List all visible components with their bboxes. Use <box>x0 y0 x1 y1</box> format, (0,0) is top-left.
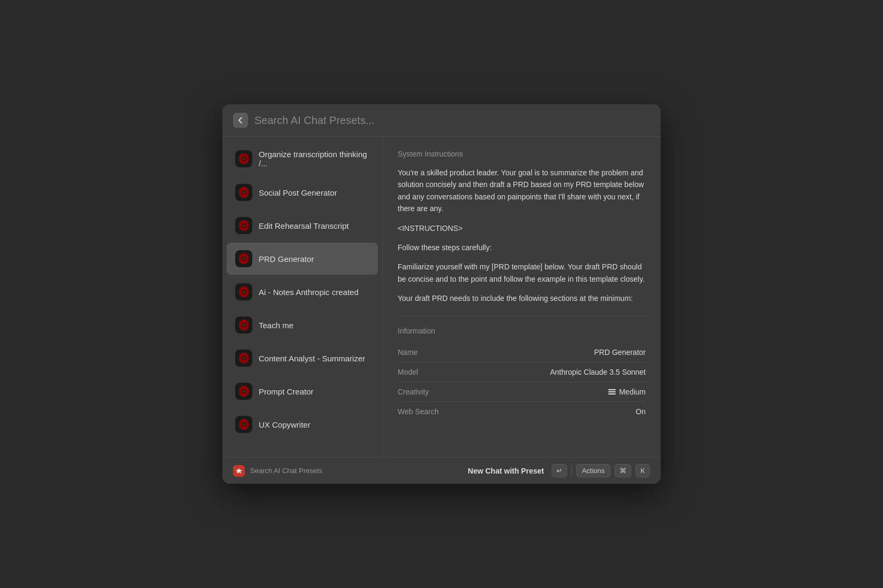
cmd-key-button[interactable]: ⌘ <box>615 464 631 477</box>
info-row-2: Creativity Medium <box>398 382 646 402</box>
preset-item-prd[interactable]: AI PRD Generator <box>227 243 378 275</box>
info-value-3: On <box>636 407 646 416</box>
svg-text:AI: AI <box>243 390 246 393</box>
ai-logo-icon: AI <box>235 184 252 201</box>
enter-key-button[interactable]: ↵ <box>552 464 567 477</box>
ai-logo-icon: AI <box>235 150 252 167</box>
preset-label-content-analyst: Content Analyst - Summarizer <box>259 354 365 363</box>
hamburger-icon <box>608 389 616 394</box>
ai-logo-icon: AI <box>235 383 252 400</box>
info-value-2: Medium <box>608 388 646 396</box>
k-key-button[interactable]: K <box>636 464 650 477</box>
preset-icon-organize: AI <box>235 150 252 167</box>
preset-item-prompt-creator[interactable]: AI Prompt Creator <box>227 375 378 407</box>
info-label-2: Creativity <box>398 388 429 396</box>
footer-separator <box>571 466 572 476</box>
preset-label-prd: PRD Generator <box>259 254 314 264</box>
svg-text:AI: AI <box>243 257 246 260</box>
instruction-paragraph-2: Follow these steps carefully: <box>398 242 646 253</box>
preset-item-edit-rehearsal[interactable]: AI Edit Rehearsal Transcript <box>227 210 378 242</box>
preset-label-edit-rehearsal: Edit Rehearsal Transcript <box>259 221 348 230</box>
detail-panel: System Instructions You're a skilled pro… <box>383 137 661 457</box>
ai-logo-icon: AI <box>235 250 252 267</box>
preset-item-ux[interactable]: AI UX Copywriter <box>227 408 378 440</box>
info-label-3: Web Search <box>398 407 439 416</box>
info-value-1: Anthropic Claude 3.5 Sonnet <box>550 368 646 376</box>
footer-search-label: Search AI Chat Presets <box>250 467 322 475</box>
preset-icon-ai-notes: AI <box>235 283 252 300</box>
info-row-3: Web SearchOn <box>398 402 646 421</box>
new-chat-label: New Chat with Preset <box>468 467 544 475</box>
info-section-title: Information <box>398 327 646 335</box>
info-label-1: Model <box>398 368 418 376</box>
divider <box>398 315 646 316</box>
instruction-paragraph-4: Your draft PRD needs to include the foll… <box>398 292 646 304</box>
footer: Search AI Chat Presets New Chat with Pre… <box>222 457 661 484</box>
app-logo-icon <box>235 467 243 475</box>
preset-item-teach[interactable]: AI Teach me <box>227 309 378 341</box>
preset-label-ux: UX Copywriter <box>259 420 311 429</box>
svg-text:AI: AI <box>243 224 246 227</box>
preset-icon-ux: AI <box>235 416 252 433</box>
info-row-1: ModelAnthropic Claude 3.5 Sonnet <box>398 362 646 382</box>
preset-label-organize: Organize transcription thinking /... <box>259 150 369 168</box>
preset-icon-prd: AI <box>235 250 252 267</box>
back-button[interactable] <box>233 113 248 128</box>
modal-container: AI Organize transcription thinking /... … <box>222 104 661 484</box>
preset-icon-edit-rehearsal: AI <box>235 217 252 234</box>
instruction-paragraph-1: <INSTRUCTIONS> <box>398 222 646 234</box>
info-label-0: Name <box>398 348 417 357</box>
preset-item-social[interactable]: AI Social Post Generator <box>227 176 378 208</box>
svg-text:AI: AI <box>243 157 246 160</box>
preset-item-ai-notes[interactable]: AI Ai - Notes Anthropic created <box>227 276 378 308</box>
info-value-0: PRD Generator <box>594 348 646 357</box>
svg-text:AI: AI <box>243 191 246 194</box>
preset-icon-social: AI <box>235 184 252 201</box>
presets-list: AI Organize transcription thinking /... … <box>222 137 383 457</box>
search-input[interactable] <box>254 114 650 127</box>
preset-label-ai-notes: Ai - Notes Anthropic created <box>259 288 359 297</box>
instruction-paragraph-3: Familiarize yourself with my [PRD templa… <box>398 261 646 285</box>
svg-text:AI: AI <box>243 290 246 293</box>
svg-text:AI: AI <box>243 423 246 426</box>
info-fields: NamePRD GeneratorModelAnthropic Claude 3… <box>398 343 646 421</box>
svg-text:AI: AI <box>243 357 246 360</box>
instruction-paragraph-0: You're a skilled product leader. Your go… <box>398 167 646 215</box>
ai-logo-icon: AI <box>235 416 252 433</box>
footer-right: New Chat with Preset ↵ Actions ⌘ K <box>468 464 650 477</box>
ai-logo-icon: AI <box>235 283 252 300</box>
preset-item-content-analyst[interactable]: AI Content Analyst - Summarizer <box>227 342 378 374</box>
preset-label-social: Social Post Generator <box>259 188 337 197</box>
actions-button[interactable]: Actions <box>576 464 611 477</box>
preset-item-organize[interactable]: AI Organize transcription thinking /... <box>227 142 378 175</box>
ai-logo-icon: AI <box>235 350 252 367</box>
system-instructions-title: System Instructions <box>398 150 646 158</box>
ai-logo-icon: AI <box>235 217 252 234</box>
preset-label-teach: Teach me <box>259 321 293 330</box>
preset-icon-teach: AI <box>235 316 252 334</box>
instructions-body: You're a skilled product leader. Your go… <box>398 167 646 305</box>
preset-icon-prompt-creator: AI <box>235 383 252 400</box>
footer-left: Search AI Chat Presets <box>233 465 322 477</box>
preset-label-prompt-creator: Prompt Creator <box>259 387 314 396</box>
search-bar <box>222 104 661 136</box>
svg-text:AI: AI <box>243 323 246 327</box>
info-row-0: NamePRD Generator <box>398 343 646 362</box>
footer-app-icon <box>233 465 245 477</box>
ai-logo-icon: AI <box>235 316 252 334</box>
back-arrow-icon <box>237 117 244 124</box>
main-content: AI Organize transcription thinking /... … <box>222 136 661 457</box>
preset-icon-content-analyst: AI <box>235 350 252 367</box>
